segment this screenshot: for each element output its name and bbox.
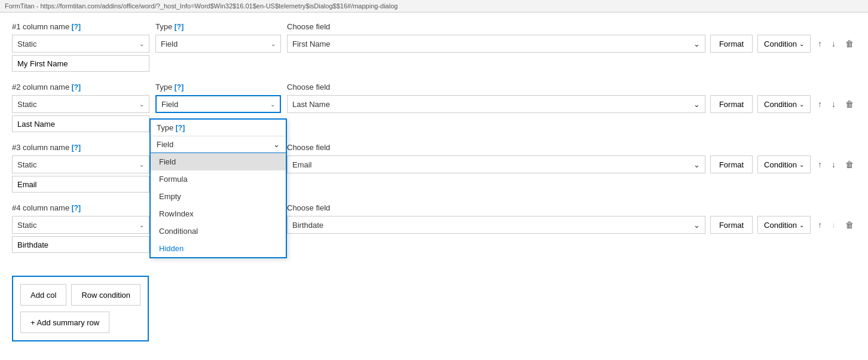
col3-label: #3 column name [?] xyxy=(12,143,149,152)
col1-fieldtype-select[interactable]: Field ⌄ xyxy=(155,35,281,53)
col3-choosefield-chevron: ⌄ xyxy=(693,160,700,169)
col4-delete-button[interactable]: 🗑 xyxy=(843,216,856,234)
title-bar: FormTitan - https://formtitan.com/addins… xyxy=(0,0,868,13)
col3-condition-chevron: ⌄ xyxy=(799,161,804,168)
col2-field-row: Last Name ⌄ Format Condition ⌄ ↑ ↓ 🗑 xyxy=(287,95,856,113)
add-summary-row: + Add summary row xyxy=(20,312,140,333)
col3-type-select[interactable]: Static ⌄ xyxy=(12,155,149,173)
add-col-button[interactable]: Add col xyxy=(20,284,66,306)
col2-choose-field-section: Choose field Last Name ⌄ Format Conditio… xyxy=(287,83,856,115)
col1-field-type-section: Type [?] Field ⌄ xyxy=(155,22,281,53)
dropdown-option-empty[interactable]: Empty xyxy=(151,188,286,205)
col1-help[interactable]: [?] xyxy=(72,23,81,31)
col2-choose-field-select[interactable]: Last Name ⌄ xyxy=(287,95,705,113)
col2-field-type-section: Type [?] Field ⌄ xyxy=(155,83,281,113)
col2-delete-button[interactable]: 🗑 xyxy=(843,95,856,113)
col2-type-help[interactable]: [?] xyxy=(175,83,184,91)
col1-type-help[interactable]: [?] xyxy=(175,23,184,31)
col2-choosefield-label: Choose field xyxy=(287,83,856,91)
dropdown-selected-item[interactable]: Field ⌄ xyxy=(151,136,286,153)
col4-field-row: Birthdate ⌄ Format Condition ⌄ ↑ ↓ 🗑 xyxy=(287,216,856,234)
col2-type-select[interactable]: Static ⌄ xyxy=(12,95,149,113)
type-dropdown-overlay: Type [?] Field ⌄ Field Formula Empty Row… xyxy=(149,118,287,258)
col2-name-section: #2 column name [?] Static ⌄ xyxy=(12,83,149,132)
col1-condition-chevron: ⌄ xyxy=(799,41,804,47)
title-text: FormTitan - https://formtitan.com/addins… xyxy=(5,2,398,10)
col3-condition-button[interactable]: Condition ⌄ xyxy=(757,155,811,173)
col2-label: #2 column name [?] xyxy=(12,83,149,91)
col2-type-label: Type [?] xyxy=(155,83,281,91)
col3-delete-button[interactable]: 🗑 xyxy=(843,155,856,173)
col2-type-chevron: ⌄ xyxy=(139,101,144,108)
dropdown-header: Type [?] xyxy=(151,120,286,136)
dropdown-option-hidden[interactable]: Hidden xyxy=(151,240,286,257)
col2-format-button[interactable]: Format xyxy=(710,95,753,113)
col1-label: #1 column name [?] xyxy=(12,22,149,31)
col4-format-button[interactable]: Format xyxy=(710,216,753,234)
col1-choose-field-section: Choose field First Name ⌄ Format Conditi… xyxy=(287,22,856,55)
col4-down-button[interactable]: ↓ xyxy=(829,216,838,234)
dropdown-option-formula[interactable]: Formula xyxy=(151,170,286,188)
col3-up-button[interactable]: ↑ xyxy=(815,155,824,173)
dropdown-chevron: ⌄ xyxy=(273,140,280,149)
bottom-section: Add col Row condition + Add summary row xyxy=(12,276,149,341)
col4-type-select[interactable]: Static ⌄ xyxy=(12,216,149,234)
row-condition-button[interactable]: Row condition xyxy=(71,284,140,306)
col1-name-section: #1 column name [?] Static ⌄ xyxy=(12,22,149,72)
column-row-3: #3 column name [?] Static ⌄ Type [?] Fie… xyxy=(12,143,856,193)
column-row-2: #2 column name [?] Static ⌄ Type [?] Fie… xyxy=(12,83,856,132)
col1-static-value[interactable] xyxy=(12,55,149,72)
dropdown-help[interactable]: [?] xyxy=(176,124,185,132)
col1-type-label: Type [?] xyxy=(155,22,281,31)
column-row-1: #1 column name [?] Static ⌄ Type [?] Fie… xyxy=(12,22,856,72)
col2-condition-button[interactable]: Condition ⌄ xyxy=(757,95,811,113)
col1-condition-button[interactable]: Condition ⌄ xyxy=(757,35,811,53)
col4-name-section: #4 column name [?] Static ⌄ xyxy=(12,203,149,253)
col3-down-button[interactable]: ↓ xyxy=(829,155,838,173)
col2-help[interactable]: [?] xyxy=(72,83,81,91)
col3-help[interactable]: [?] xyxy=(72,144,81,152)
col3-choose-field-select[interactable]: Email ⌄ xyxy=(287,155,705,173)
col4-condition-chevron: ⌄ xyxy=(799,222,804,228)
main-content: #1 column name [?] Static ⌄ Type [?] Fie… xyxy=(0,13,868,351)
col3-type-chevron: ⌄ xyxy=(139,161,144,168)
col4-label: #4 column name [?] xyxy=(12,203,149,212)
col2-condition-chevron: ⌄ xyxy=(799,101,804,108)
col1-type-chevron: ⌄ xyxy=(139,41,144,47)
col4-choosefield-chevron: ⌄ xyxy=(693,221,700,230)
col3-name-section: #3 column name [?] Static ⌄ xyxy=(12,143,149,193)
dropdown-option-conditional[interactable]: Conditional xyxy=(151,222,286,240)
col3-field-row: Email ⌄ Format Condition ⌄ ↑ ↓ 🗑 xyxy=(287,155,856,173)
col4-up-button[interactable]: ↑ xyxy=(815,216,824,234)
col4-help[interactable]: [?] xyxy=(72,204,81,212)
col3-static-value[interactable] xyxy=(12,176,149,193)
col2-up-button[interactable]: ↑ xyxy=(815,95,824,113)
col3-choosefield-label: Choose field xyxy=(287,143,856,152)
col1-fieldtype-chevron: ⌄ xyxy=(271,41,276,47)
col4-choose-field-select[interactable]: Birthdate ⌄ xyxy=(287,216,705,234)
col2-down-button[interactable]: ↓ xyxy=(829,95,838,113)
col2-fieldtype-chevron: ⌄ xyxy=(270,101,275,108)
add-summary-button[interactable]: + Add summary row xyxy=(20,312,109,333)
column-row-4: #4 column name [?] Static ⌄ Type [?] Fie… xyxy=(12,203,856,253)
col1-down-button[interactable]: ↓ xyxy=(829,35,838,53)
col1-choosefield-label: Choose field xyxy=(287,22,856,31)
col4-static-value[interactable] xyxy=(12,236,149,253)
col1-choosefield-chevron: ⌄ xyxy=(693,39,700,48)
col4-type-chevron: ⌄ xyxy=(139,222,144,228)
col1-type-select[interactable]: Static ⌄ xyxy=(12,35,149,53)
col1-choose-field-select[interactable]: First Name ⌄ xyxy=(287,35,705,53)
col4-choosefield-label: Choose field xyxy=(287,203,856,212)
col4-condition-button[interactable]: Condition ⌄ xyxy=(757,216,811,234)
col1-delete-button[interactable]: 🗑 xyxy=(843,35,856,53)
col3-choose-field-section: Choose field Email ⌄ Format Condition ⌄ … xyxy=(287,143,856,176)
col1-up-button[interactable]: ↑ xyxy=(815,35,824,53)
col1-format-button[interactable]: Format xyxy=(710,35,753,53)
col2-fieldtype-select[interactable]: Field ⌄ xyxy=(155,95,281,113)
col2-choosefield-chevron: ⌄ xyxy=(693,100,700,109)
dropdown-option-field[interactable]: Field xyxy=(151,153,286,170)
col1-field-row: First Name ⌄ Format Condition ⌄ ↑ ↓ 🗑 xyxy=(287,35,856,53)
dropdown-option-rowindex[interactable]: RowIndex xyxy=(151,205,286,222)
col3-format-button[interactable]: Format xyxy=(710,155,753,173)
col2-static-value[interactable] xyxy=(12,115,149,132)
